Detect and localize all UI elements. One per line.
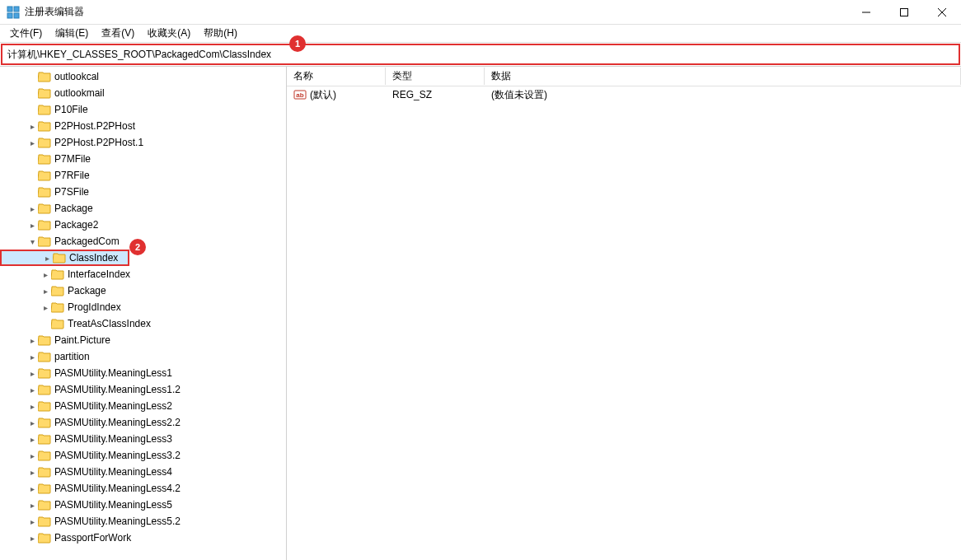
menu-view[interactable]: 查看(V): [95, 25, 141, 42]
tree-item[interactable]: ▸Package: [0, 200, 286, 217]
maximize-button[interactable]: [885, 0, 923, 25]
content-area: outlookcaloutlookmailP10File▸P2PHost.P2P…: [0, 66, 961, 560]
tree-item[interactable]: ▸PASMUtility.MeaningLess2.2: [0, 414, 286, 431]
list-row[interactable]: ab(默认)REG_SZ(数值未设置): [287, 86, 961, 103]
tree-item[interactable]: outlookcal: [0, 68, 286, 85]
expander-icon[interactable]: ▾: [26, 237, 38, 246]
col-data-header[interactable]: 数据: [485, 68, 961, 85]
menu-favorites[interactable]: 收藏夹(A): [141, 25, 197, 42]
tree-item[interactable]: ▸partition: [0, 348, 286, 365]
expander-icon[interactable]: ▸: [41, 254, 53, 263]
tree-item-label: partition: [54, 351, 90, 362]
tree-item-label: ProgIdIndex: [68, 301, 121, 313]
tree-item-label: P7RFile: [54, 170, 90, 181]
svg-rect-3: [14, 13, 19, 18]
expander-icon[interactable]: ▸: [26, 221, 38, 230]
col-name-header[interactable]: 名称: [287, 68, 386, 85]
expander-icon[interactable]: ▸: [26, 534, 38, 543]
tree-item-label: Package: [54, 203, 93, 214]
tree-item-label: Paint.Picture: [54, 334, 110, 346]
tree-item[interactable]: ▸PassportForWork: [0, 530, 286, 546]
address-input[interactable]: [2, 47, 959, 62]
tree-item-label: InterfaceIndex: [68, 268, 130, 280]
tree-item[interactable]: ▸PASMUtility.MeaningLess1.2: [0, 381, 286, 398]
svg-rect-5: [901, 8, 908, 16]
list-header: 名称 类型 数据: [287, 67, 961, 86]
tree-pane[interactable]: outlookcaloutlookmailP10File▸P2PHost.P2P…: [0, 67, 287, 560]
tree-item[interactable]: ▸PASMUtility.MeaningLess1: [0, 365, 286, 381]
tree-item[interactable]: ▸ClassIndex: [0, 250, 129, 266]
menu-file[interactable]: 文件(F): [3, 25, 49, 42]
close-button[interactable]: [923, 0, 961, 25]
expander-icon[interactable]: ▸: [26, 435, 38, 444]
tree-item[interactable]: ▸Package2: [0, 217, 286, 233]
expander-icon[interactable]: ▸: [26, 204, 38, 213]
tree-item-label: PASMUtility.MeaningLess4.2: [54, 483, 180, 494]
tree-item-label: PASMUtility.MeaningLess5: [54, 499, 172, 511]
addressbar-highlight: [1, 44, 960, 65]
tree-item[interactable]: TreatAsClassIndex: [0, 315, 286, 332]
tree-item-label: P10File: [54, 104, 88, 115]
expander-icon[interactable]: ▸: [26, 418, 38, 427]
expander-icon[interactable]: ▸: [26, 451, 38, 460]
titlebar: 注册表编辑器: [0, 0, 961, 25]
tree-item[interactable]: ▸PASMUtility.MeaningLess4: [0, 464, 286, 480]
tree-item[interactable]: P7RFile: [0, 167, 286, 184]
expander-icon[interactable]: ▸: [40, 287, 51, 296]
minimize-button[interactable]: [847, 0, 885, 25]
expander-icon[interactable]: ▸: [26, 336, 38, 345]
tree-item-label: PASMUtility.MeaningLess2.2: [54, 417, 180, 428]
svg-rect-1: [14, 7, 19, 12]
tree-item-label: PassportForWork: [54, 532, 131, 544]
expander-icon[interactable]: ▸: [26, 138, 38, 147]
regedit-icon: [7, 6, 20, 19]
tree-item[interactable]: ▸PASMUtility.MeaningLess2: [0, 398, 286, 414]
tree-item-label: P2PHost.P2PHost: [54, 120, 135, 132]
cell-name: ab(默认): [287, 86, 386, 104]
expander-icon[interactable]: ▸: [26, 468, 38, 477]
tree-item-label: P7SFile: [54, 186, 89, 198]
menu-edit[interactable]: 编辑(E): [49, 25, 95, 42]
expander-icon[interactable]: ▸: [26, 352, 38, 362]
tree-item-label: Package: [68, 285, 106, 296]
tree-item[interactable]: ▸PASMUtility.MeaningLess5.2: [0, 513, 286, 530]
expander-icon[interactable]: ▸: [26, 484, 38, 493]
expander-icon[interactable]: ▸: [40, 303, 51, 312]
menubar: 文件(F) 编辑(E) 查看(V) 收藏夹(A) 帮助(H): [0, 25, 961, 43]
tree-item-label: PASMUtility.MeaningLess4: [54, 466, 172, 478]
expander-icon[interactable]: ▸: [26, 369, 38, 378]
tree-item[interactable]: ▸P2PHost.P2PHost.1: [0, 134, 286, 151]
list-pane[interactable]: 名称 类型 数据 ab(默认)REG_SZ(数值未设置): [287, 67, 961, 560]
tree-item[interactable]: outlookmail: [0, 85, 286, 101]
tree-item-label: outlookcal: [54, 71, 99, 82]
expander-icon[interactable]: ▸: [26, 385, 38, 394]
tree-item-label: PASMUtility.MeaningLess5.2: [54, 516, 180, 527]
menu-help[interactable]: 帮助(H): [197, 25, 244, 42]
expander-icon[interactable]: ▸: [26, 402, 38, 411]
col-type-header[interactable]: 类型: [386, 68, 485, 85]
tree-item-label: ClassIndex: [69, 252, 118, 264]
tree-item[interactable]: P10File: [0, 101, 286, 118]
tree-item[interactable]: ▸PASMUtility.MeaningLess3.2: [0, 447, 286, 464]
tree-item[interactable]: P7SFile: [0, 184, 286, 200]
tree-item-label: Package2: [54, 219, 98, 231]
expander-icon[interactable]: ▸: [26, 501, 38, 510]
tree-item[interactable]: P7MFile: [0, 151, 286, 167]
tree-item[interactable]: ▸InterfaceIndex: [0, 266, 286, 282]
cell-type: REG_SZ: [386, 87, 485, 102]
tree-item[interactable]: ▸PASMUtility.MeaningLess5: [0, 497, 286, 513]
tree-item[interactable]: ▸ProgIdIndex: [0, 299, 286, 315]
tree-item[interactable]: ▸PASMUtility.MeaningLess3: [0, 431, 286, 447]
expander-icon[interactable]: ▸: [40, 270, 51, 279]
tree-item[interactable]: ▸PASMUtility.MeaningLess4.2: [0, 480, 286, 497]
tree-item-label: PackagedCom: [54, 236, 120, 247]
tree-item[interactable]: ▸Package: [0, 282, 286, 299]
expander-icon[interactable]: ▸: [26, 517, 38, 526]
svg-rect-2: [7, 13, 12, 18]
tree-item[interactable]: ▸P2PHost.P2PHost: [0, 118, 286, 134]
expander-icon[interactable]: ▸: [26, 122, 38, 131]
tree-item[interactable]: ▸Paint.Picture: [0, 332, 286, 348]
svg-text:ab: ab: [296, 91, 303, 99]
tree-item-label: PASMUtility.MeaningLess1: [54, 367, 172, 379]
tree-item-label: P2PHost.P2PHost.1: [54, 137, 143, 148]
